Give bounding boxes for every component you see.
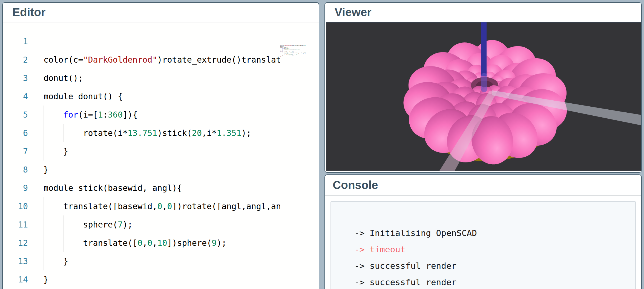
line-content: } <box>44 252 280 270</box>
openscad-web-ide: Editor 12color(c="DarkGoldenrod")rotate_… <box>0 0 644 289</box>
line-content: color(c="DarkGoldenrod")rotate_extrude()… <box>44 51 280 69</box>
console-message: -> successful render <box>354 274 635 289</box>
line-number: 7 <box>3 142 28 160</box>
line-number: 14 <box>3 270 28 289</box>
code-line[interactable]: 13 } <box>3 252 319 270</box>
code-line[interactable]: 2color(c="DarkGoldenrod")rotate_extrude(… <box>3 51 319 69</box>
line-number: 10 <box>3 197 28 215</box>
code-line[interactable]: 8} <box>3 160 319 179</box>
line-content: module stick(basewid, angl){ <box>44 179 280 197</box>
console-panel-title: Console <box>325 175 641 196</box>
line-content: translate([basewid,0,0])rotate([angl,ang… <box>44 197 280 215</box>
line-content: } <box>44 160 280 179</box>
editor-panel: Editor 12color(c="DarkGoldenrod")rotate_… <box>2 2 319 289</box>
line-number: 5 <box>3 106 28 124</box>
line-number: 3 <box>3 69 28 87</box>
line-content: module donut() { <box>44 87 280 106</box>
minimap-content: color(c="DarkGoldenrod")rotate_extrude()… <box>280 42 311 57</box>
line-number: 1 <box>3 32 28 51</box>
viewer-3d-viewport[interactable] <box>326 22 641 171</box>
line-number: 6 <box>3 124 28 142</box>
code-line[interactable]: 5 for(i=[1:360]){ <box>3 106 319 124</box>
line-content: } <box>44 142 280 160</box>
console-output[interactable]: -> Initialising OpenSCAD-> timeout-> suc… <box>330 201 636 289</box>
line-number: 9 <box>3 179 28 197</box>
viewer-panel: Viewer <box>324 2 642 173</box>
console-message: -> Initialising OpenSCAD <box>354 225 635 241</box>
minimap-line: } <box>280 56 311 57</box>
line-number: 13 <box>3 252 28 270</box>
code-line[interactable]: 12 translate([0,0,10])sphere(9); <box>3 234 319 252</box>
line-content: } <box>44 270 280 289</box>
line-content: sphere(7); <box>44 215 280 234</box>
viewer-3d-scene <box>326 22 641 171</box>
console-message: -> successful render <box>354 258 635 274</box>
line-number: 12 <box>3 234 28 252</box>
code-line[interactable]: 1 <box>3 32 319 51</box>
line-number: 4 <box>3 87 28 106</box>
line-number: 2 <box>3 51 28 69</box>
line-content: rotate(i*13.751)stick(20,i*1.351); <box>44 124 280 142</box>
code-line[interactable]: 11 sphere(7); <box>3 215 319 234</box>
z-axis-rod-through-hole <box>481 73 487 92</box>
code-line[interactable]: 14} <box>3 270 319 289</box>
code-line[interactable]: 7 } <box>3 142 319 160</box>
line-content: translate([0,0,10])sphere(9); <box>44 234 280 252</box>
code-line[interactable]: 9module stick(basewid, angl){ <box>3 179 319 197</box>
code-editor[interactable]: 12color(c="DarkGoldenrod")rotate_extrude… <box>3 22 319 289</box>
code-lines[interactable]: 12color(c="DarkGoldenrod")rotate_extrude… <box>3 32 319 289</box>
console-message: -> timeout <box>354 241 635 258</box>
code-line[interactable]: 4module donut() { <box>3 87 319 106</box>
line-content <box>44 32 280 51</box>
line-content: donut(); <box>44 69 280 87</box>
editor-panel-title: Editor <box>3 3 319 22</box>
code-line[interactable]: 10 translate([basewid,0,0])rotate([angl,… <box>3 197 319 215</box>
line-content: for(i=[1:360]){ <box>44 106 280 124</box>
z-axis-rod <box>481 22 487 76</box>
code-line[interactable]: 6 rotate(i*13.751)stick(20,i*1.351); <box>3 124 319 142</box>
code-line[interactable]: 3donut(); <box>3 69 319 87</box>
line-number: 8 <box>3 160 28 179</box>
editor-minimap[interactable]: color(c="DarkGoldenrod")rotate_extrude()… <box>280 42 311 289</box>
viewer-panel-title: Viewer <box>325 3 641 22</box>
console-panel: Console -> Initialising OpenSCAD-> timeo… <box>324 174 642 289</box>
line-number: 11 <box>3 215 28 234</box>
